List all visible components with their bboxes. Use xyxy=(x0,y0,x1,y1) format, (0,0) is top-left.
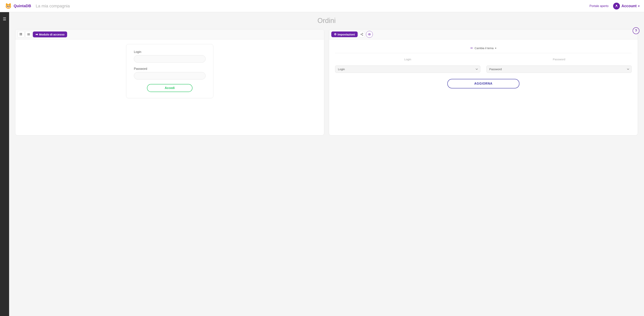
svg-line-21 xyxy=(361,34,362,34)
logo-icon xyxy=(4,2,12,10)
settings-tab[interactable]: ⚙ Impostazioni xyxy=(331,32,358,37)
theme-chevron-icon: ▾ xyxy=(495,47,496,50)
svg-point-18 xyxy=(361,34,362,35)
settings-gear-icon: ⚙ xyxy=(334,32,336,36)
left-panel-toolbar: ➡ Modulo di accesso xyxy=(15,30,324,40)
svg-rect-14 xyxy=(27,34,30,34)
list-icon xyxy=(27,33,30,36)
header-subtitle: La mia compagnia xyxy=(36,4,70,8)
help-icon[interactable]: ? xyxy=(632,27,640,34)
svg-point-19 xyxy=(362,35,363,36)
left-panel: ➡ Modulo di accesso Login Password xyxy=(15,29,324,136)
password-form-group: Password xyxy=(134,67,206,80)
accedi-button[interactable]: Accedi xyxy=(147,84,192,92)
sidebar-menu-icon[interactable]: ☰ xyxy=(1,15,8,23)
svg-point-8 xyxy=(9,6,10,6)
grid-icon xyxy=(20,33,22,36)
svg-point-22 xyxy=(368,34,370,35)
theme-label: Cambia il tema xyxy=(474,46,494,50)
update-button[interactable]: AGGIORNA xyxy=(447,79,520,88)
svg-rect-13 xyxy=(21,34,22,35)
right-panel-toolbar: ⚙ Impostazioni xyxy=(329,30,638,40)
eye-icon xyxy=(368,33,371,36)
layout: ☰ ? Ordini xyxy=(0,12,644,316)
svg-point-17 xyxy=(362,33,363,34)
account-chevron-icon: ▾ xyxy=(638,4,640,8)
svg-point-7 xyxy=(8,6,8,6)
header-right: Portale aperto Account ▾ xyxy=(590,3,640,10)
login-field-header: Login xyxy=(335,58,480,62)
svg-rect-10 xyxy=(20,33,21,34)
login-form-card: Login Password Accedi xyxy=(126,44,213,98)
left-toolbar-tab-label: Modulo di accesso xyxy=(39,33,64,36)
panels-row: ➡ Modulo di accesso Login Password xyxy=(15,29,638,136)
right-panel: ⚙ Impostazioni xyxy=(329,29,638,136)
help-icon-wrapper: ? xyxy=(632,27,640,34)
left-panel-content: Login Password Accedi xyxy=(15,40,324,103)
left-toolbar-access-tab[interactable]: ➡ Modulo di accesso xyxy=(33,32,67,37)
password-field-select[interactable]: Password PIN Secret xyxy=(486,66,632,73)
fields-table: Login Password Login Email Username Pass… xyxy=(335,58,632,73)
account-avatar-icon xyxy=(613,3,620,10)
left-toolbar-list-btn[interactable] xyxy=(25,31,32,38)
login-tab-icon: ➡ xyxy=(36,32,38,36)
pencil-icon: ✏ xyxy=(470,46,473,50)
preview-button[interactable] xyxy=(366,31,373,38)
main-content: ? Ordini xyxy=(9,12,644,316)
settings-tab-label: Impostazioni xyxy=(338,33,355,36)
svg-point-6 xyxy=(8,7,9,8)
svg-rect-16 xyxy=(27,35,30,35)
page-title: Ordini xyxy=(15,17,638,25)
svg-rect-12 xyxy=(21,33,22,34)
svg-point-9 xyxy=(616,5,617,6)
share-icon xyxy=(360,33,363,36)
account-label: Account xyxy=(622,4,636,8)
login-label: Login xyxy=(134,50,206,54)
svg-rect-15 xyxy=(27,34,30,34)
logo-link[interactable]: QuintaDB xyxy=(4,2,31,10)
theme-row: ✏ Cambia il tema ▾ xyxy=(335,43,632,53)
svg-line-20 xyxy=(361,34,362,35)
svg-rect-11 xyxy=(20,34,21,35)
login-field-select[interactable]: Login Email Username xyxy=(335,66,480,73)
share-button[interactable] xyxy=(358,31,365,38)
login-form-group: Login xyxy=(134,50,206,62)
logo-text: QuintaDB xyxy=(14,4,31,8)
password-input[interactable] xyxy=(134,72,206,80)
account-button[interactable]: Account ▾ xyxy=(613,3,640,10)
password-label: Password xyxy=(134,67,206,70)
svg-point-23 xyxy=(369,34,370,35)
sidebar: ☰ xyxy=(0,12,9,316)
header: QuintaDB La mia compagnia Portale aperto… xyxy=(0,0,644,12)
login-input[interactable] xyxy=(134,55,206,62)
right-panel-content: ✏ Cambia il tema ▾ Login Password Login … xyxy=(329,40,638,92)
portal-status: Portale aperto xyxy=(590,4,608,8)
left-toolbar-grid-btn[interactable] xyxy=(18,31,24,38)
password-field-header: Password xyxy=(486,58,632,62)
